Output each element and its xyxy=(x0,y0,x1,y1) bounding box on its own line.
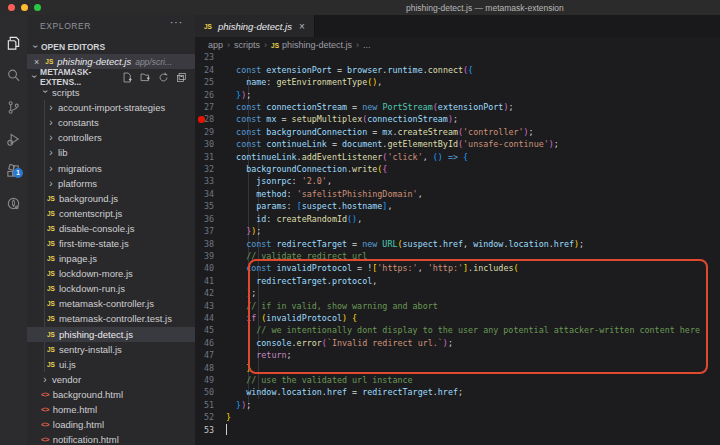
line-number[interactable]: 50 xyxy=(195,386,226,398)
tree-item-loading.html[interactable]: <>loading.html xyxy=(27,417,195,432)
tree-item-first-time-state.js[interactable]: JSfirst-time-state.js xyxy=(27,236,195,251)
code-line[interactable]: 48 } xyxy=(195,362,720,374)
new-folder-icon[interactable] xyxy=(140,72,151,83)
tree-item-phishing-detect.js[interactable]: JSphishing-detect.js xyxy=(27,327,195,342)
tree-item-lib[interactable]: ›lib xyxy=(27,145,195,160)
line-number[interactable]: 52 xyxy=(195,411,226,423)
line-number[interactable]: 29 xyxy=(195,126,226,138)
tree-item-notification.html[interactable]: <>notification.html xyxy=(27,432,195,445)
tab-phishing-detect[interactable]: JS phishing-detect.js × xyxy=(195,15,315,37)
code-line[interactable]: 47 return; xyxy=(195,349,720,361)
line-number[interactable]: 31 xyxy=(195,151,226,163)
code-line[interactable]: 24 const extensionPort = browser.runtime… xyxy=(195,64,720,76)
code-line[interactable]: 38 const redirectTarget = new URL(suspec… xyxy=(195,238,720,250)
code-line[interactable]: 30 const continueLink = document.getElem… xyxy=(195,138,720,150)
tree-item-lockdown-more.js[interactable]: JSlockdown-more.js xyxy=(27,266,195,281)
line-number[interactable]: 44 xyxy=(195,312,226,324)
code-line[interactable]: 50 window.location.href = redirectTarget… xyxy=(195,386,720,398)
code-line[interactable]: 28 const mx = setupMultiplex(connectionS… xyxy=(195,113,720,125)
line-number[interactable]: 26 xyxy=(195,89,226,101)
breadcrumb-item[interactable]: phishing-detect.js xyxy=(282,40,352,50)
code-line[interactable]: 40 const invalidProtocol = !['https:', '… xyxy=(195,262,720,274)
line-number[interactable]: 24 xyxy=(195,64,226,76)
code-line[interactable]: 32 backgroundConnection.write({ xyxy=(195,163,720,175)
tree-item-metamask-controller.test.js[interactable]: JSmetamask-controller.test.js xyxy=(27,311,195,326)
tree-item-account-import-strategies[interactable]: ›account-import-strategies xyxy=(27,100,195,115)
code-line[interactable]: 31 continueLink.addEventListener('click'… xyxy=(195,151,720,163)
code-line[interactable]: 51 }); xyxy=(195,399,720,411)
close-icon[interactable]: × xyxy=(34,57,39,67)
tree-item-sentry-install.js[interactable]: JSsentry-install.js xyxy=(27,342,195,357)
tree-item-controllers[interactable]: ›controllers xyxy=(27,130,195,145)
code-editor[interactable]: 2324 const extensionPort = browser.runti… xyxy=(195,53,720,445)
breadcrumb-item[interactable]: app xyxy=(208,40,223,50)
code-line[interactable]: 35 params: [suspect.hostname], xyxy=(195,200,720,212)
minimize-window-button[interactable] xyxy=(21,4,28,11)
tree-item-scripts[interactable]: ›scripts xyxy=(27,85,195,100)
line-number[interactable]: 23 xyxy=(195,51,226,63)
tree-item-contentscript.js[interactable]: JScontentscript.js xyxy=(27,206,195,221)
explorer-more-actions-icon[interactable]: ··· xyxy=(170,17,183,28)
code-line[interactable]: 41 redirectTarget.protocol, xyxy=(195,275,720,287)
line-number[interactable]: 40 xyxy=(195,262,226,274)
code-line[interactable]: 25 name: getEnvironmentType(), xyxy=(195,76,720,88)
line-number[interactable]: 45 xyxy=(195,324,226,336)
line-number[interactable]: 36 xyxy=(195,213,226,225)
line-number[interactable]: 25 xyxy=(195,76,226,88)
tree-item-lockdown-run.js[interactable]: JSlockdown-run.js xyxy=(27,281,195,296)
breadcrumb-item[interactable]: ... xyxy=(363,40,371,50)
breakpoint-icon[interactable] xyxy=(198,116,205,123)
line-number[interactable]: 34 xyxy=(195,188,226,200)
code-line[interactable]: 53 xyxy=(195,424,720,436)
code-line[interactable]: 29 const backgroundConnection = mx.creat… xyxy=(195,126,720,138)
code-line[interactable]: 44 if (invalidProtocol) { xyxy=(195,312,720,324)
line-number[interactable]: 41 xyxy=(195,275,226,287)
code-line[interactable]: 33 jsonrpc: '2.0', xyxy=(195,175,720,187)
source-control-icon[interactable] xyxy=(0,93,27,121)
tree-item-metamask-controller.js[interactable]: JSmetamask-controller.js xyxy=(27,296,195,311)
code-line[interactable]: 34 method: 'safelistPhishingDomain', xyxy=(195,188,720,200)
line-number[interactable]: 49 xyxy=(195,374,226,386)
line-number[interactable]: 53 xyxy=(195,424,226,436)
line-number[interactable]: 33 xyxy=(195,175,226,187)
line-number[interactable]: 42 xyxy=(195,287,226,299)
line-number[interactable]: 27 xyxy=(195,101,226,113)
line-number[interactable]: 51 xyxy=(195,399,226,411)
breadcrumb-item[interactable]: scripts xyxy=(234,40,260,50)
line-number[interactable]: 43 xyxy=(195,300,226,312)
code-line[interactable]: 42 ); xyxy=(195,287,720,299)
tree-item-vendor[interactable]: ›vendor xyxy=(27,372,195,387)
line-number[interactable]: 48 xyxy=(195,362,226,374)
tree-item-inpage.js[interactable]: JSinpage.js xyxy=(27,251,195,266)
close-window-button[interactable] xyxy=(8,4,15,11)
tree-item-migrations[interactable]: ›migrations xyxy=(27,160,195,175)
line-number[interactable]: 47 xyxy=(195,349,226,361)
line-number[interactable]: 32 xyxy=(195,163,226,175)
code-line[interactable]: 49 // use the validated url instance xyxy=(195,374,720,386)
code-line[interactable]: 45 // we intentionally dont display to t… xyxy=(195,324,720,336)
circle-extension-icon[interactable] xyxy=(0,189,27,217)
collapse-all-icon[interactable] xyxy=(176,72,187,83)
search-icon[interactable] xyxy=(0,61,27,89)
project-section-header[interactable]: › METAMASK-EXTENS... xyxy=(27,70,195,84)
tree-item-platforms[interactable]: ›platforms xyxy=(27,176,195,191)
code-line[interactable]: 46 console.error(`Invalid redirect url.`… xyxy=(195,337,720,349)
tree-item-background.js[interactable]: JSbackground.js xyxy=(27,191,195,206)
code-line[interactable]: 52} xyxy=(195,411,720,423)
tree-item-ui.js[interactable]: JSui.js xyxy=(27,357,195,372)
line-number[interactable]: 39 xyxy=(195,250,226,262)
line-number[interactable]: 46 xyxy=(195,337,226,349)
open-editors-header[interactable]: › OPEN EDITORS xyxy=(27,40,195,54)
line-number[interactable]: 38 xyxy=(195,238,226,250)
line-number[interactable]: 37 xyxy=(195,225,226,237)
tree-item-home.html[interactable]: <>home.html xyxy=(27,402,195,417)
line-number[interactable]: 30 xyxy=(195,138,226,150)
close-tab-icon[interactable]: × xyxy=(299,21,305,32)
code-line[interactable]: 36 id: createRandomId(), xyxy=(195,213,720,225)
code-line[interactable]: 23 xyxy=(195,51,720,63)
new-file-icon[interactable] xyxy=(122,72,133,83)
code-line[interactable]: 37 }); xyxy=(195,225,720,237)
tree-item-background.html[interactable]: <>background.html xyxy=(27,387,195,402)
tree-item-disable-console.js[interactable]: JSdisable-console.js xyxy=(27,221,195,236)
tree-item-constants[interactable]: ›constants xyxy=(27,115,195,130)
